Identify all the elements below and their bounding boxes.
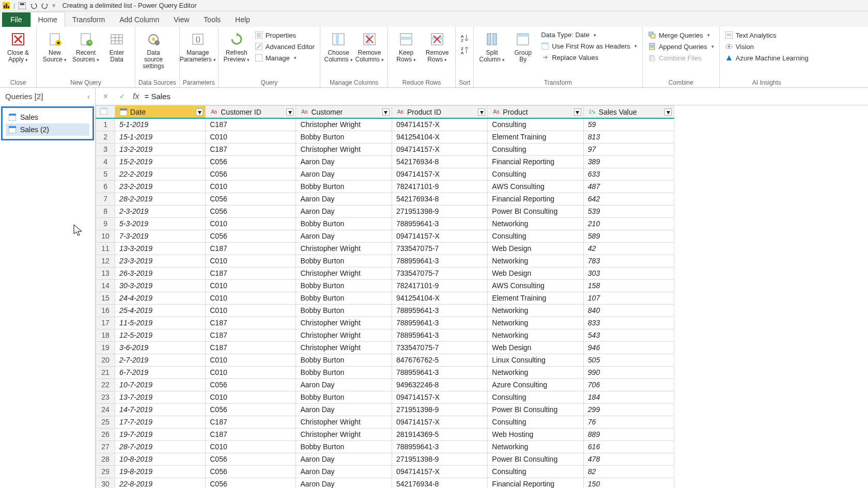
cell-sales-value[interactable]: 589 <box>583 230 674 242</box>
cell-customer-id[interactable]: C187 <box>206 329 296 341</box>
cell-sales-value[interactable]: 642 <box>583 193 674 205</box>
cell-customer-id[interactable]: C056 <box>206 168 296 180</box>
filter-dropdown-icon[interactable]: ▾ <box>478 108 485 116</box>
cell-customer[interactable]: Aaron Day <box>296 379 392 391</box>
column-header-product-id[interactable]: ABProduct ID▾ <box>392 106 487 119</box>
table-row[interactable]: 522-2-2019C056Aaron Day094714157-XConsul… <box>96 168 674 180</box>
cell-product-id[interactable]: 271951398-9 <box>392 403 487 416</box>
cell-date[interactable]: 13-2-2019 <box>115 143 206 155</box>
row-number[interactable]: 7 <box>96 193 115 205</box>
cell-date[interactable]: 28-7-2019 <box>115 440 206 453</box>
cell-product[interactable]: Element Training <box>488 292 583 304</box>
cell-customer[interactable]: Christopher Wright <box>296 317 392 329</box>
enter-data-button[interactable]: Enter Data <box>102 29 132 64</box>
formula-text[interactable]: = Sales <box>144 92 170 101</box>
cell-product-id[interactable]: 271951398-9 <box>392 205 487 217</box>
cell-sales-value[interactable]: 813 <box>583 131 674 143</box>
cell-date[interactable]: 22-2-2019 <box>115 168 206 180</box>
cell-sales-value[interactable]: 505 <box>583 354 674 366</box>
cell-sales-value[interactable]: 616 <box>583 440 674 453</box>
cell-date[interactable]: 12-5-2019 <box>115 329 206 341</box>
row-number[interactable]: 25 <box>96 416 115 428</box>
cell-date[interactable]: 7-3-2019 <box>115 230 206 242</box>
cell-sales-value[interactable]: 107 <box>583 292 674 304</box>
data-type-button[interactable]: Data Type: Date <box>539 30 639 40</box>
table-row[interactable]: 1430-3-2019C010Bobby Burton782417101-9AW… <box>96 279 674 292</box>
cell-customer-id[interactable]: C010 <box>206 217 296 230</box>
cell-date[interactable]: 5-3-2019 <box>115 217 206 230</box>
cell-sales-value[interactable]: 299 <box>583 403 674 416</box>
cell-customer[interactable]: Bobby Burton <box>296 279 392 292</box>
cell-customer-id[interactable]: C010 <box>206 304 296 317</box>
cell-date[interactable]: 5-1-2019 <box>115 118 206 131</box>
cell-date[interactable]: 13-7-2019 <box>115 391 206 403</box>
cell-customer-id[interactable]: C187 <box>206 143 296 155</box>
table-row[interactable]: 728-2-2019C056Aaron Day542176934-8Financ… <box>96 193 674 205</box>
cell-customer-id[interactable]: C010 <box>206 366 296 379</box>
column-header-product[interactable]: ABProduct▾ <box>488 106 583 119</box>
cell-date[interactable]: 10-8-2019 <box>115 453 206 465</box>
first-row-headers-button[interactable]: Use First Row as Headers <box>539 41 639 51</box>
cell-sales-value[interactable]: 389 <box>583 155 674 168</box>
row-number[interactable]: 27 <box>96 440 115 453</box>
cell-date[interactable]: 2-7-2019 <box>115 354 206 366</box>
row-number[interactable]: 11 <box>96 242 115 255</box>
cell-product-id[interactable]: 733547075-7 <box>392 242 487 255</box>
cell-date[interactable]: 15-1-2019 <box>115 131 206 143</box>
cell-customer[interactable]: Aaron Day <box>296 465 392 478</box>
column-header-customer[interactable]: ABCustomer▾ <box>296 106 392 119</box>
cell-product-id[interactable]: 094714157-X <box>392 143 487 155</box>
cell-sales-value[interactable]: 833 <box>583 317 674 329</box>
cell-product-id[interactable]: 941254104-X <box>392 292 487 304</box>
cell-product[interactable]: Networking <box>488 255 583 267</box>
row-number[interactable]: 2 <box>96 131 115 143</box>
cell-customer[interactable]: Bobby Burton <box>296 131 392 143</box>
cell-sales-value[interactable]: 990 <box>583 366 674 379</box>
cell-customer[interactable]: Bobby Burton <box>296 180 392 193</box>
cell-product-id[interactable]: 094714157-X <box>392 230 487 242</box>
row-number[interactable]: 19 <box>96 341 115 354</box>
cell-customer[interactable]: Christopher Wright <box>296 143 392 155</box>
cell-date[interactable]: 15-2-2019 <box>115 155 206 168</box>
cell-customer-id[interactable]: C010 <box>206 440 296 453</box>
cell-product-id[interactable]: 733547075-7 <box>392 267 487 279</box>
column-header-date[interactable]: Date▾ <box>115 106 206 119</box>
row-number[interactable]: 29 <box>96 465 115 478</box>
row-number[interactable]: 20 <box>96 354 115 366</box>
cell-customer[interactable]: Bobby Burton <box>296 391 392 403</box>
cell-sales-value[interactable]: 184 <box>583 391 674 403</box>
cell-product[interactable]: AWS Consulting <box>488 279 583 292</box>
table-row[interactable]: 1326-3-2019C187Christopher Wright7335470… <box>96 267 674 279</box>
cell-customer[interactable]: Christopher Wright <box>296 242 392 255</box>
table-row[interactable]: 1524-4-2019C010Bobby Burton941254104-XEl… <box>96 292 674 304</box>
cell-customer-id[interactable]: C187 <box>206 267 296 279</box>
cell-customer-id[interactable]: C187 <box>206 242 296 255</box>
cell-sales-value[interactable]: 487 <box>583 180 674 193</box>
split-column-button[interactable]: Split Column <box>477 29 507 64</box>
table-row[interactable]: 82-3-2019C056Aaron Day271951398-9Power B… <box>96 205 674 217</box>
cell-customer-id[interactable]: C010 <box>206 279 296 292</box>
table-row[interactable]: 623-2-2019C010Bobby Burton782417101-9AWS… <box>96 180 674 193</box>
cell-customer[interactable]: Christopher Wright <box>296 118 392 131</box>
cell-product[interactable]: Web Design <box>488 242 583 255</box>
cell-customer[interactable]: Aaron Day <box>296 403 392 416</box>
filter-dropdown-icon[interactable]: ▾ <box>574 108 581 116</box>
remove-columns-button[interactable]: Remove Columns <box>354 29 384 64</box>
table-row[interactable]: 1625-4-2019C010Bobby Burton788959641-3Ne… <box>96 304 674 317</box>
cell-sales-value[interactable]: 150 <box>583 478 674 488</box>
recent-sources-button[interactable]: Recent Sources <box>71 29 101 64</box>
row-number[interactable]: 15 <box>96 292 115 304</box>
cell-customer[interactable]: Bobby Burton <box>296 292 392 304</box>
cell-product[interactable]: Networking <box>488 440 583 453</box>
cell-customer[interactable]: Bobby Burton <box>296 354 392 366</box>
sort-asc-button[interactable]: AZ <box>459 32 470 43</box>
row-number[interactable]: 18 <box>96 329 115 341</box>
table-row[interactable]: 15-1-2019C187Christopher Wright094714157… <box>96 118 674 131</box>
table-row[interactable]: 2210-7-2019C056Aaron Day949632246-8Azure… <box>96 379 674 391</box>
table-row[interactable]: 2619-7-2019C187Christopher Wright2819143… <box>96 428 674 440</box>
cell-date[interactable]: 22-8-2019 <box>115 478 206 488</box>
cell-product[interactable]: Consulting <box>488 465 583 478</box>
refresh-preview-button[interactable]: Refresh Preview <box>222 29 252 64</box>
cell-customer[interactable]: Aaron Day <box>296 453 392 465</box>
cell-customer[interactable]: Bobby Burton <box>296 255 392 267</box>
